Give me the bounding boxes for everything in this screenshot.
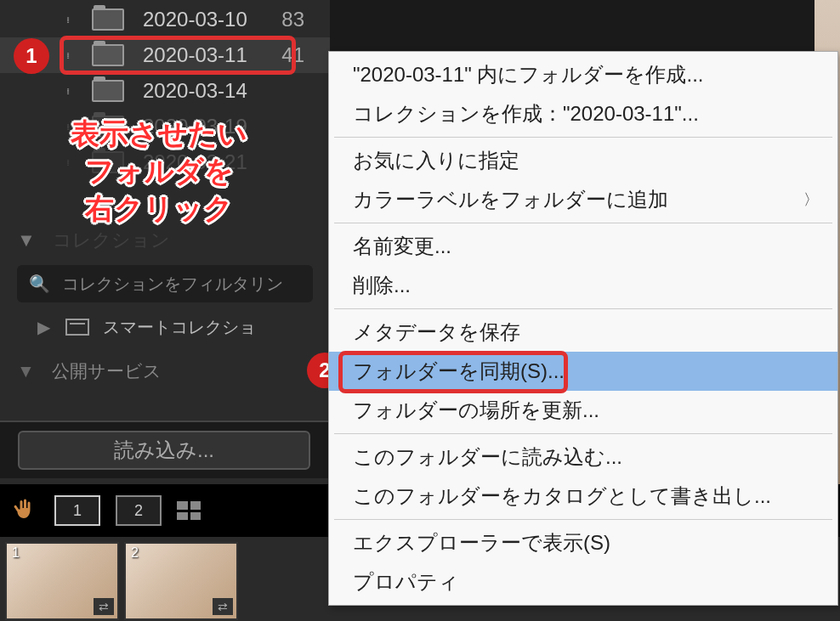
sync-badge-icon: ⇄ <box>94 598 114 615</box>
menu-save-metadata[interactable]: メタデータを保存 <box>329 313 837 352</box>
menu-color-label[interactable]: カラーラベルをフォルダーに追加 〉 <box>329 180 837 219</box>
menu-label: 削除... <box>353 272 411 299</box>
menu-divider <box>334 308 832 309</box>
smart-collection-item[interactable]: ▶ スマートコレクショ <box>0 309 330 345</box>
folder-context-menu: "2020-03-11" 内にフォルダーを作成... コレクションを作成："20… <box>328 51 838 606</box>
menu-label: メタデータを保存 <box>353 319 520 346</box>
view-button-label: 1 <box>73 502 82 520</box>
step-number: 1 <box>26 44 37 68</box>
services-header[interactable]: ▼ 公開サービス <box>0 353 330 389</box>
search-icon: 🔍 <box>29 274 50 294</box>
menu-divider <box>334 433 832 434</box>
grid-view-icon[interactable] <box>177 501 201 520</box>
folder-label: 2020-03-11 <box>143 43 281 67</box>
folder-item[interactable]: ⁞⁞ 2020-03-11 41 <box>0 37 330 73</box>
collapse-icon: ▼ <box>17 361 35 381</box>
expand-dots-icon: ⁞⁞ <box>66 15 68 25</box>
touch-hand-icon[interactable] <box>9 495 39 526</box>
menu-label: フォルダーを同期(S)... <box>353 358 565 385</box>
import-button[interactable]: 読み込み... <box>18 431 310 470</box>
menu-label: このフォルダーに読み込む... <box>353 443 622 471</box>
folder-item[interactable]: ⁞⁞ 2020-03-10 83 <box>0 2 330 37</box>
folder-icon <box>92 80 124 102</box>
step-badge-1: 1 <box>14 38 49 74</box>
menu-divider <box>334 223 832 223</box>
instruction-annotation: 表示させたい フォルダを 右クリック <box>27 115 291 228</box>
filter-placeholder: コレクションをフィルタリン <box>62 273 283 296</box>
menu-label: コレクションを作成："2020-03-11"... <box>353 100 699 127</box>
folder-item[interactable]: ⁞⁞ 2020-03-14 <box>0 73 330 109</box>
folder-count: 83 <box>281 8 304 31</box>
menu-divider <box>334 519 832 520</box>
collections-header[interactable]: ▼ コレクション <box>0 223 330 258</box>
menu-create-subfolder[interactable]: "2020-03-11" 内にフォルダーを作成... <box>329 55 837 94</box>
services-title: 公開サービス <box>52 359 162 383</box>
menu-label: プロパティ <box>353 568 459 596</box>
expand-dots-icon: ⁞⁞ <box>66 87 68 96</box>
menu-favorite[interactable]: お気に入りに指定 <box>329 141 837 180</box>
thumbnail[interactable]: 2 ⇄ <box>124 542 238 620</box>
import-bar: 読み込み... <box>0 421 328 478</box>
expand-dots-icon: ⁞⁞ <box>66 51 68 60</box>
sync-badge-icon: ⇄ <box>213 598 233 615</box>
collections-title: コレクション <box>53 228 170 253</box>
annotation-line: 表示させたい <box>27 115 291 152</box>
view-single-button[interactable]: 1 <box>54 495 100 526</box>
folder-count: 41 <box>281 43 304 67</box>
menu-show-explorer[interactable]: エクスプローラーで表示(S) <box>329 523 837 562</box>
menu-label: エクスプローラーで表示(S) <box>353 529 610 556</box>
menu-delete[interactable]: 削除... <box>329 266 837 305</box>
menu-divider <box>334 137 832 138</box>
view-compare-button[interactable]: 2 <box>116 495 162 526</box>
menu-properties[interactable]: プロパティ <box>329 562 837 601</box>
menu-label: "2020-03-11" 内にフォルダーを作成... <box>353 61 703 88</box>
annotation-line: 右クリック <box>27 189 291 227</box>
folder-label: 2020-03-14 <box>143 79 330 103</box>
annotation-line: フォルダを <box>27 152 291 189</box>
menu-sync-folder[interactable]: フォルダーを同期(S)... <box>329 352 837 391</box>
menu-label: カラーラベルをフォルダーに追加 <box>353 186 668 213</box>
collection-filter[interactable]: 🔍 コレクションをフィルタリン <box>17 265 313 302</box>
thumb-number: 2 <box>131 545 139 561</box>
folder-icon <box>92 8 124 31</box>
menu-label: 名前変更... <box>353 233 451 260</box>
menu-label: フォルダーの場所を更新... <box>353 397 599 424</box>
smart-collection-label: スマートコレクショ <box>103 316 256 339</box>
menu-create-collection[interactable]: コレクションを作成："2020-03-11"... <box>329 94 837 133</box>
menu-label: お気に入りに指定 <box>353 147 519 174</box>
expand-icon: ▶ <box>37 317 50 337</box>
menu-export-catalog[interactable]: このフォルダーをカタログとして書き出し... <box>329 477 837 516</box>
collection-icon <box>65 319 89 336</box>
menu-label: このフォルダーをカタログとして書き出し... <box>353 483 771 510</box>
menu-rename[interactable]: 名前変更... <box>329 227 837 266</box>
folder-label: 2020-03-10 <box>143 8 281 31</box>
view-button-label: 2 <box>134 502 143 520</box>
thumbnail[interactable]: 1 ⇄ <box>5 542 119 620</box>
chevron-right-icon: 〉 <box>803 189 819 210</box>
folder-icon <box>92 44 124 66</box>
collapse-icon: ▼ <box>17 229 36 251</box>
menu-update-location[interactable]: フォルダーの場所を更新... <box>329 391 837 430</box>
menu-import-to-folder[interactable]: このフォルダーに読み込む... <box>329 438 837 477</box>
thumb-number: 1 <box>12 545 20 561</box>
import-label: 読み込み... <box>114 437 214 464</box>
